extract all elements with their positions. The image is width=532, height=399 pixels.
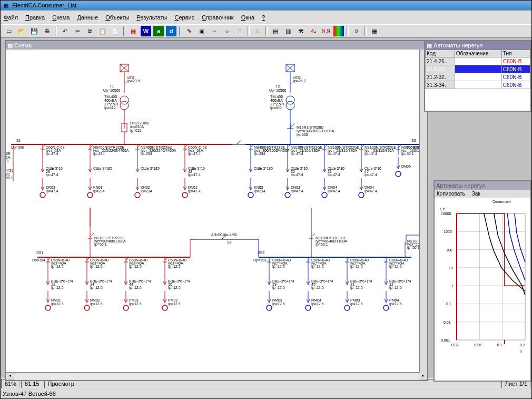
svg-text:S2: S2 [411, 139, 416, 142]
toolbar-bus1-icon[interactable]: ⎓ [209, 25, 220, 37]
toolbar-44-icon[interactable]: 4₄ [308, 25, 319, 37]
svg-text:Iр=12.5: Iр=12.5 [129, 302, 142, 306]
toolbar-proc-icon[interactable]: ⛭ [351, 25, 362, 37]
menu-9[interactable]: ? [262, 14, 265, 21]
menu-7[interactable]: Справочник [202, 14, 234, 21]
svg-line-40 [290, 123, 294, 128]
svg-text:ТМ-400: ТМ-400 [270, 95, 283, 99]
svg-text:Uр=393: Uр=393 [253, 258, 267, 262]
automats-table-window: ▦ Автоматы нерегул КодОбозначениеТип21.4… [424, 40, 531, 112]
toolbar-paste2-icon[interactable]: 📄 [110, 25, 121, 37]
toolbar-print-icon[interactable]: 🖶 [41, 25, 53, 37]
toolbar-tool-icon[interactable]: 🛠 [295, 25, 307, 37]
toolbar-cut-icon[interactable]: ✂ [72, 25, 83, 37]
toolbar-palette-icon[interactable] [333, 25, 344, 37]
menu-5[interactable]: Результаты [137, 14, 168, 21]
curves-close[interactable]: Зак [472, 191, 480, 197]
toolbar-bus3-icon[interactable]: ⎍ [234, 25, 245, 37]
statusbar2: Узлов-47 Ветвей-66 [1, 388, 531, 398]
automats-title: ▦ Автоматы нерегул [425, 41, 530, 50]
svg-text:T1: T1 [110, 84, 114, 88]
scroll-right-icon[interactable]: ▸ [419, 373, 427, 380]
svg-text:DN01: DN01 [188, 186, 198, 189]
svg-text:Iр=12.5: Iр=12.5 [311, 286, 324, 290]
svg-text:Iр=47.4: Iр=47.4 [188, 152, 201, 156]
svg-text:DN04: DN04 [364, 186, 374, 189]
svg-point-174 [396, 171, 401, 177]
toolbar-auto1-icon[interactable]: ▤ [270, 25, 281, 37]
svg-point-308 [383, 305, 389, 310]
svg-text:KN02: KN02 [141, 186, 150, 189]
toolbar-undo-icon[interactable]: ↶ [59, 25, 71, 37]
svg-line-176 [90, 233, 94, 237]
svg-text:DN02: DN02 [291, 186, 300, 189]
svg-text:Iр=23.9: Iр=23.9 [127, 79, 140, 83]
toolbar-a-icon[interactable]: a [153, 25, 164, 37]
svg-text:Iр=12.5: Iр=12.5 [90, 265, 103, 269]
svg-point-151 [322, 192, 327, 198]
toolbar: ▭📂💾🖶↶✂⧉📋📄▦Wad✎▣⎓⎐⎍⚠▤▥🛠4₄9,9⛭▦ [1, 24, 531, 38]
svg-text:Iр=234: Iр=234 [93, 189, 105, 193]
svg-text:0.001: 0.001 [441, 338, 450, 342]
scheme-scrollbar-h[interactable]: ◂ ▸ [6, 372, 427, 380]
toolbar-W-icon[interactable]: W [140, 25, 152, 37]
toolbar-auto2-icon[interactable]: ▥ [282, 25, 294, 37]
svg-text:KN03: KN03 [254, 186, 263, 189]
svg-text:Uр=394: Uр=394 [32, 258, 45, 262]
scroll-left-icon[interactable]: ◂ [6, 373, 14, 380]
svg-line-52 [237, 140, 241, 144]
curves-copy[interactable]: Копировать [437, 191, 465, 197]
toolbar-new-icon[interactable]: ▭ [3, 25, 15, 37]
svg-text:Iр=12.5: Iр=12.5 [389, 265, 402, 269]
menu-2[interactable]: Схема [52, 14, 70, 21]
toolbar-bus2-icon[interactable]: ⎐ [221, 25, 233, 37]
svg-text:Iр=12.5: Iр=12.5 [350, 302, 363, 306]
svg-text:PM01: PM01 [129, 298, 139, 302]
menu-1[interactable]: Правка [25, 14, 45, 21]
curves-plot[interactable]: Селективнt, c1000010001001010.10.010.001… [435, 198, 530, 381]
toolbar-warn-icon[interactable]: ⚠ [252, 25, 263, 37]
menu-6[interactable]: Сервис [174, 14, 194, 21]
titlebar: ▦ ElectriCA Consumer_List [1, 1, 531, 11]
svg-text:Iр=47.4: Iр=47.4 [364, 173, 377, 177]
svg-text:Iр=25.7: Iр=25.7 [293, 79, 306, 83]
menu-4[interactable]: Объекты [105, 14, 129, 21]
svg-text:0.05: 0.05 [474, 343, 481, 347]
status-nodes: Узлов-47 Ветвей-66 [3, 391, 56, 397]
svg-text:СШв-3*185: СШв-3*185 [93, 167, 112, 170]
svg-text:Iр=47.4: Iр=47.4 [364, 152, 377, 156]
svg-text:Iр=12.5: Iр=12.5 [350, 265, 363, 269]
toolbar-table-icon[interactable]: ▦ [369, 25, 380, 37]
toolbar-99-icon[interactable]: 9,9 [320, 25, 332, 37]
svg-text:NM01: NM01 [51, 298, 61, 302]
curves-window: Автоматы нерегул Копировать Зак Селектив… [434, 180, 531, 382]
automats-grid[interactable]: КодОбозначениеТип21.4-26.C60N-B21.5-28.C… [425, 50, 530, 111]
toolbar-copy-icon[interactable]: ⧉ [84, 25, 96, 37]
menu-3[interactable]: Данные [77, 14, 98, 21]
svg-text:1А: 1А [6, 155, 11, 159]
svg-text:Iр=50.1: Iр=50.1 [401, 152, 414, 156]
svg-point-213 [84, 305, 90, 310]
toolbar-open-icon[interactable]: 📂 [16, 25, 27, 37]
menu-8[interactable]: Окна [241, 14, 255, 21]
toolbar-chip-icon[interactable]: ▣ [196, 25, 208, 37]
menu-0[interactable]: Файл [4, 14, 18, 21]
svg-text:Iр=47.4: Iр=47.4 [46, 152, 58, 156]
toolbar-grid-red-icon[interactable]: ▦ [127, 25, 139, 37]
toolbar-save-icon[interactable]: 💾 [28, 25, 40, 37]
toolbar-paste-icon[interactable]: 📋 [97, 25, 109, 37]
svg-text:NM04: NM04 [311, 298, 321, 302]
svg-text:Iр=47.4: Iр=47.4 [364, 189, 377, 193]
svg-point-241 [162, 305, 168, 310]
toolbar-d-icon[interactable]: d [165, 25, 177, 37]
automats-icon: ▦ [427, 42, 432, 49]
svg-text:KN01: KN01 [93, 186, 103, 189]
svg-text:СШв-3*185: СШв-3*185 [141, 167, 160, 170]
svg-text:Iр=234: Iр=234 [254, 152, 265, 156]
svg-line-243 [311, 233, 315, 237]
svg-text:ТМ-400: ТМ-400 [104, 95, 117, 99]
scheme-canvas[interactable]: ИП1Iр=23.9T1Uр=10500ТМ-400400кВА±1*2.5%I… [6, 50, 427, 372]
svg-text:Iр=12.5: Iр=12.5 [311, 302, 324, 306]
svg-text:Iр=47.4: Iр=47.4 [46, 173, 58, 177]
toolbar-pen-icon[interactable]: ✎ [183, 25, 195, 37]
